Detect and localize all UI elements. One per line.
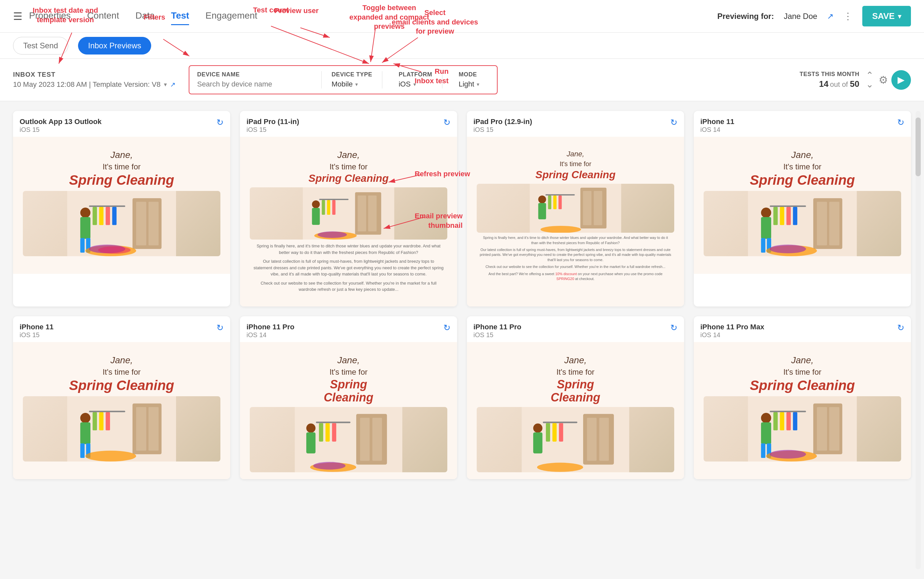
- card-8-greeting: Jane,: [791, 355, 814, 366]
- more-options-icon[interactable]: ⋮: [843, 11, 852, 21]
- card-6-device-name: iPhone 11 Pro: [246, 323, 295, 331]
- svg-rect-7: [106, 207, 110, 225]
- preview-card-1: Outlook App 13 Outlook iOS 15 ↻ Jane, It…: [13, 111, 230, 306]
- card-6-illustration-svg: [250, 407, 447, 472]
- inbox-previews-button[interactable]: Inbox Previews: [78, 37, 151, 54]
- tab-engagement[interactable]: Engagement: [205, 7, 257, 25]
- tests-this-month-label: TESTS THIS MONTH: [799, 71, 859, 78]
- svg-rect-57: [149, 407, 159, 451]
- card-2-subtitle: It's time for: [329, 162, 368, 171]
- tab-properties[interactable]: Properties: [29, 7, 71, 25]
- card-4-refresh-icon[interactable]: ↻: [897, 118, 904, 128]
- platform-select[interactable]: iOS ▾: [399, 80, 432, 88]
- card-7-refresh-icon[interactable]: ↻: [670, 323, 678, 333]
- card-8-thumbnail: Jane, It's time for Spring Cleaning: [694, 342, 911, 479]
- card-7-email-content: Jane, It's time for Spring Cleaning: [473, 348, 678, 479]
- card-3-body-text-2: Our latest collection is full of spring …: [477, 247, 674, 262]
- card-5-illustration-svg: [23, 396, 220, 461]
- card-7-greeting: Jane,: [564, 355, 587, 366]
- svg-rect-71: [316, 422, 351, 423]
- svg-point-9: [80, 208, 90, 218]
- test-send-button[interactable]: Test Send: [13, 37, 68, 54]
- inbox-test-dropdown-icon[interactable]: ▾: [164, 81, 167, 88]
- expand-collapse-button[interactable]: ⌃ ⌄: [866, 71, 873, 89]
- card-4-device-name: iPhone 11: [700, 118, 734, 126]
- save-label: SAVE: [872, 11, 895, 21]
- svg-rect-8: [112, 207, 116, 225]
- card-2-os: iOS 15: [246, 126, 299, 134]
- preview-card-3: iPad Pro (12.9-in) iOS 15 ↻ Jane, It's t…: [467, 111, 684, 306]
- mode-value: Light: [459, 80, 474, 88]
- card-3-refresh-icon[interactable]: ↻: [670, 118, 678, 128]
- svg-rect-59: [93, 412, 97, 430]
- preview-card-6: iPhone 11 Pro iOS 14 ↻ Jane, It's time f…: [240, 316, 457, 479]
- svg-point-15: [98, 246, 131, 254]
- card-6-refresh-icon[interactable]: ↻: [443, 323, 451, 333]
- card-3-os: iOS 15: [473, 126, 532, 134]
- card-4-info: iPhone 11 iOS 14: [700, 118, 734, 134]
- svg-rect-20: [319, 199, 349, 200]
- card-5-info: iPhone 11 iOS 15: [20, 323, 54, 339]
- card-5-refresh-icon[interactable]: ↻: [216, 323, 224, 333]
- svg-rect-70: [372, 418, 382, 461]
- card-7-header: iPhone 11 Pro iOS 15 ↻: [467, 316, 684, 342]
- card-2-info: iPad Pro (11-in) iOS 15: [246, 118, 299, 134]
- run-inbox-test-button[interactable]: ▶: [891, 70, 911, 90]
- card-4-header: iPhone 11 iOS 14 ↻: [694, 111, 911, 137]
- card-8-refresh-icon[interactable]: ↻: [897, 323, 904, 333]
- inbox-test-label: INBOX TEST: [13, 71, 176, 79]
- device-type-select[interactable]: Mobile ▾: [331, 80, 372, 88]
- svg-rect-18: [358, 196, 366, 231]
- card-1-refresh-icon[interactable]: ↻: [216, 118, 224, 128]
- device-name-filter: DEVICE NAME: [197, 71, 322, 88]
- card-7-device-name: iPhone 11 Pro: [473, 323, 521, 331]
- tab-test[interactable]: Test: [171, 7, 189, 25]
- preview-card-2: iPad Pro (11-in) iOS 15 ↻ Jane, It's tim…: [240, 111, 457, 306]
- previewing-for-label: Previewing for:: [717, 12, 774, 21]
- card-2-email-content: Jane, It's time for Spring Cleaning: [246, 143, 451, 299]
- svg-rect-23: [333, 200, 336, 215]
- platform-value: iOS: [399, 80, 411, 88]
- card-8-illustration: [704, 396, 901, 461]
- card-6-os: iOS 14: [246, 331, 295, 339]
- card-6-thumbnail: Jane, It's time for Spring Cleaning: [240, 342, 457, 479]
- hamburger-icon[interactable]: ☰: [13, 10, 23, 23]
- card-7-os: iOS 15: [473, 331, 521, 339]
- card-3-email-content: Jane, It's time for Spring Cleaning: [473, 143, 678, 288]
- card-2-greeting: Jane,: [337, 150, 360, 160]
- save-button[interactable]: SAVE ▾: [862, 6, 911, 26]
- settings-icon[interactable]: ⚙: [879, 74, 888, 86]
- inbox-test-date: 10 May 2023 12:08 AM | Template Version:…: [13, 80, 176, 89]
- tests-count-separator: out of: [830, 80, 850, 88]
- save-dropdown-arrow-icon[interactable]: ▾: [898, 12, 901, 20]
- inbox-test-section: INBOX TEST 10 May 2023 12:08 AM | Templa…: [13, 71, 176, 89]
- card-2-detail-text: Spring is finally here, and it's time to…: [250, 243, 447, 255]
- top-nav: ☰ Properties Content Data Test Engagemen…: [0, 0, 924, 33]
- svg-point-38: [541, 226, 581, 233]
- inbox-test-link-icon[interactable]: ↗: [170, 81, 176, 88]
- card-2-refresh-icon[interactable]: ↻: [443, 118, 451, 128]
- card-4-thumbnail: Jane, It's time for Spring Cleaning: [694, 137, 911, 274]
- expand-icon: ⌃: [866, 71, 873, 80]
- card-8-email-content: Jane, It's time for Spring Cleaning: [700, 348, 904, 468]
- tests-this-month: TESTS THIS MONTH 14 out of 50: [799, 71, 859, 89]
- card-4-illustration: [704, 191, 901, 256]
- card-7-thumbnail: Jane, It's time for Spring Cleaning: [467, 342, 684, 479]
- tab-data[interactable]: Data: [136, 7, 155, 25]
- device-name-input[interactable]: [197, 80, 312, 88]
- card-1-subtitle: It's time for: [103, 162, 141, 171]
- scrollbar-track[interactable]: [916, 111, 921, 569]
- svg-point-27: [318, 231, 347, 238]
- filter-bar: INBOX TEST 10 May 2023 12:08 AM | Templa…: [0, 59, 924, 101]
- scrollbar-thumb[interactable]: [916, 118, 921, 176]
- tab-content[interactable]: Content: [87, 7, 119, 25]
- preview-grid: Outlook App 13 Outlook iOS 15 ↻ Jane, It…: [13, 111, 911, 479]
- card-5-spring-title: Spring Cleaning: [69, 378, 174, 393]
- card-3-spring-title: Spring Cleaning: [536, 169, 616, 180]
- mode-select[interactable]: Light ▾: [459, 80, 480, 88]
- svg-rect-46: [786, 207, 791, 225]
- external-link-icon[interactable]: ↗: [827, 12, 834, 21]
- svg-rect-83: [543, 422, 578, 423]
- svg-rect-96: [780, 412, 784, 430]
- card-4-spring-title: Spring Cleaning: [750, 173, 855, 188]
